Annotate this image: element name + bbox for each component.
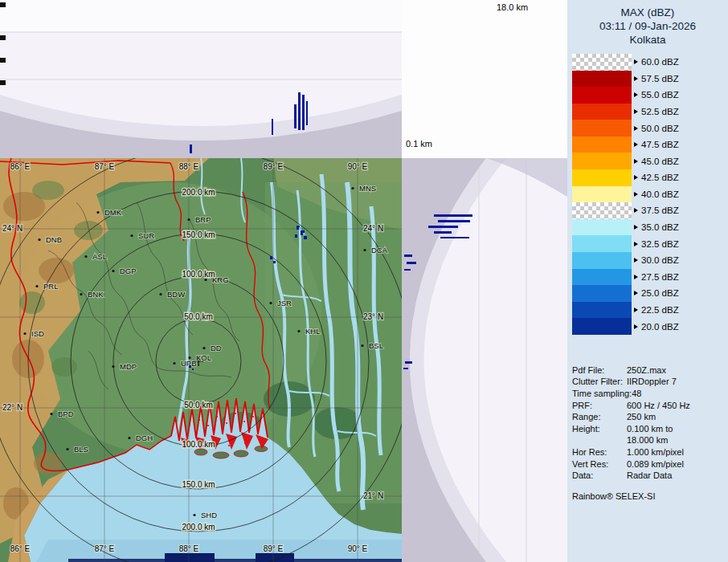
legend-swatch [572, 87, 632, 104]
height-scale-corner: 18.0 km 0.1 km [402, 0, 567, 158]
station-dot [269, 302, 272, 304]
legend-row: 27.5 dBZ [572, 269, 723, 286]
info-label [572, 434, 627, 446]
legend-label: 37.5 dBZ [641, 206, 679, 215]
legend-row: 52.5 dBZ [572, 104, 723, 120]
info-value: 250Z.max [627, 364, 666, 377]
legend-row: 35.0 dBZ [572, 219, 723, 236]
product-header: MAX (dBZ) 03:11 / 09-Jan-2026 Kolkata [567, 6, 728, 47]
station-label: BSL [369, 341, 383, 350]
legend-tick-arrow-icon [634, 192, 638, 197]
station-dot [23, 332, 26, 335]
info-label: Height: [572, 423, 627, 435]
legend-label: 52.5 dBZ [641, 107, 679, 116]
info-row: Data:Radar Data [572, 470, 728, 482]
info-label: Hor Res: [572, 446, 627, 458]
legend-tick-arrow-icon [634, 59, 638, 64]
range-ring-label: 100.0 km [182, 440, 215, 449]
legend-swatch [572, 269, 632, 286]
longitude-label: 90° E [348, 544, 368, 553]
latitude-label: 24° N [2, 224, 22, 233]
info-label: Range: [572, 411, 627, 423]
legend-row: 20.0 dBZ [572, 318, 723, 335]
radar-echo [270, 256, 272, 259]
info-row: Pdf File:250Z.max [572, 364, 728, 377]
radar-echo [294, 104, 297, 128]
info-panel: MAX (dBZ) 03:11 / 09-Jan-2026 Kolkata 60… [567, 0, 728, 562]
radar-echo [190, 145, 192, 153]
radar-echo [405, 361, 412, 364]
radar-echo [304, 236, 307, 239]
radar-echo [434, 231, 452, 234]
info-value: Radar Data [627, 470, 672, 482]
legend-swatch [572, 120, 632, 136]
radar-echo [299, 227, 301, 230]
info-row: 18.000 km [572, 434, 728, 446]
station-label: SHD [201, 511, 217, 519]
right-panel-canvas [402, 158, 567, 562]
radar-echo [403, 368, 408, 369]
station-label: DGH [136, 434, 153, 442]
station-dot [80, 293, 82, 295]
legend-tick-arrow-icon [634, 126, 638, 131]
legend-label: 25.0 dBZ [641, 288, 679, 298]
product-info-table: Pdf File:250Z.maxClutter Filter:IIRDoppl… [572, 364, 728, 482]
legend-row: 57.5 dBZ [572, 71, 723, 88]
station-label: ASL [92, 252, 107, 261]
station-label: UPB [181, 359, 197, 368]
legend-label: 50.0 dBZ [641, 124, 679, 133]
station-label: MDP [120, 362, 137, 371]
radar-echo [428, 226, 458, 228]
legend-label: 22.5 dBZ [641, 305, 679, 315]
info-row: Height:0.100 km to [572, 423, 728, 435]
station-label: DGP [120, 267, 137, 275]
radar-map: 200.0 km150.0 km100.0 km50.0 km50.0 km10… [0, 158, 402, 562]
station-label: KHL [305, 327, 320, 336]
station-dot [35, 285, 38, 287]
station-label: BDW [167, 290, 185, 299]
legend-tick-arrow-icon [634, 208, 638, 213]
info-value: 48 [632, 388, 641, 400]
info-label: Time sampling: [572, 388, 632, 400]
info-value: 600 Hz / 450 Hz [627, 400, 690, 412]
legend-row: 55.0 dBZ [572, 87, 723, 104]
station-dot [187, 218, 190, 221]
radar-echo [306, 101, 308, 125]
station-dot [66, 448, 68, 450]
station-dot [96, 211, 99, 214]
station-label: MNS [359, 184, 376, 193]
legend-swatch [572, 169, 632, 186]
info-label: Pdf File: [572, 364, 627, 377]
legend-row: 30.0 dBZ [572, 252, 723, 269]
radar-echo [440, 237, 469, 238]
legend-tick-arrow-icon [634, 76, 638, 81]
station-dot [84, 255, 87, 258]
legend-tick-arrow-icon [634, 92, 638, 97]
legend-tick-arrow-icon [634, 225, 638, 230]
latitude-label: 21° N [363, 491, 383, 500]
station-label: BPD [58, 409, 74, 418]
station-label: KOL [196, 353, 211, 362]
longitude-label: 89° E [264, 162, 284, 171]
legend-row: 40.0 dBZ [572, 186, 723, 203]
station-dot [50, 413, 52, 415]
station-dot [159, 293, 162, 295]
radar-echo [295, 234, 297, 238]
legend-swatch [572, 104, 632, 120]
info-row: Time sampling:48 [572, 388, 728, 400]
legend-label: 20.0 dBZ [641, 322, 679, 332]
legend-row: 32.5 dBZ [572, 235, 723, 252]
top-panel-upper-band [0, 0, 402, 32]
station-dot [173, 362, 175, 364]
dbz-color-scale: 60.0 dBZ57.5 dBZ55.0 dBZ52.5 dBZ50.0 dBZ… [572, 54, 723, 335]
legend-row: 25.0 dBZ [572, 285, 723, 302]
info-value: 250 km [627, 411, 656, 423]
software-brand: Rainbow® SELEX-SI [572, 491, 728, 501]
longitude-label: 87° E [95, 162, 115, 171]
station-label: ISD [31, 329, 44, 338]
station-label: BLS [74, 445, 88, 454]
radar-echo [404, 269, 411, 271]
radar-display-window: 18.0 km 0.1 km [0, 0, 728, 562]
vertical-projection-top-panel [0, 0, 402, 158]
legend-row: 42.5 dBZ [572, 169, 723, 186]
